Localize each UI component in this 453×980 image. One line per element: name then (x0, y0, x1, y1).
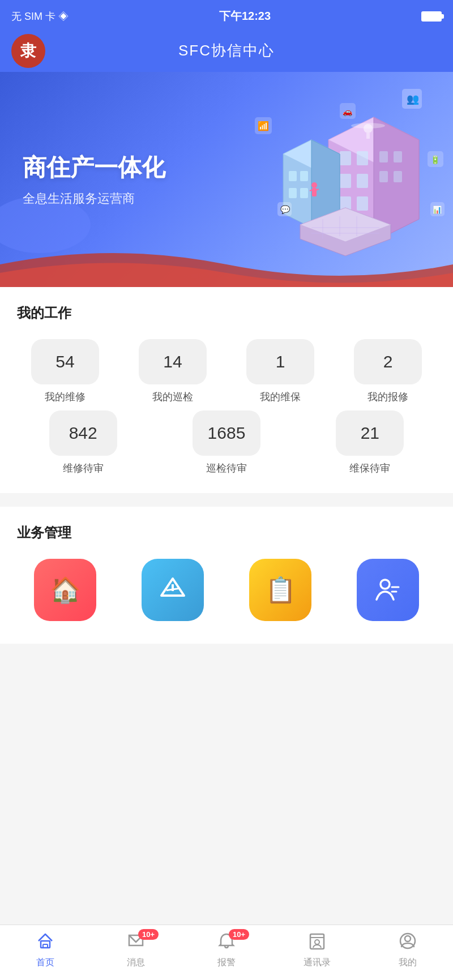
svg-rect-15 (357, 196, 368, 211)
app-header: 隶 SFC协信中心 (0, 32, 453, 72)
svg-text:📊: 📊 (433, 205, 442, 215)
stat-my-inspection-label: 我的巡检 (152, 390, 193, 404)
stat-maintenance-pending-value: 21 (336, 410, 404, 456)
stat-my-report-label: 我的报修 (367, 390, 408, 404)
stat-my-report[interactable]: 2 我的报修 (340, 339, 436, 404)
biz-item-report-mgmt[interactable] (340, 559, 436, 627)
status-right (421, 11, 442, 22)
tab-home-label: 首页 (36, 957, 54, 969)
svg-point-50 (381, 580, 390, 589)
status-bar: 无 SIM 卡 ◈ 下午12:23 (0, 0, 453, 32)
svg-point-57 (405, 936, 411, 942)
tab-messages[interactable]: 10+ 消息 (108, 932, 164, 969)
stat-repair-pending-value: 842 (49, 410, 117, 456)
biz-item-repair-mgmt[interactable]: 🏠 (17, 559, 113, 627)
stat-maintenance-pending[interactable]: 21 维保待审 (304, 410, 436, 475)
banner-title: 商住产一体化 (23, 152, 165, 183)
my-work-section: 我的工作 54 我的维修 14 我的巡检 1 我的维保 2 我的报修 842 维… (0, 287, 453, 493)
banner-subtitle: 全息生活服务运营商 (23, 190, 165, 207)
svg-rect-20 (379, 171, 388, 182)
tab-home[interactable]: 首页 (17, 932, 74, 969)
contacts-icon (308, 932, 326, 954)
svg-point-43 (311, 182, 317, 188)
stat-inspection-pending[interactable]: 1685 巡检待审 (160, 410, 292, 475)
svg-rect-12 (340, 174, 351, 188)
work-stats-top: 54 我的维修 14 我的巡检 1 我的维保 2 我的报修 (17, 339, 436, 404)
tab-contacts[interactable]: 通讯录 (289, 932, 345, 969)
svg-point-41 (364, 124, 373, 133)
svg-rect-26 (300, 171, 308, 181)
biz-icon-repair: 🏠 (34, 559, 96, 621)
stat-inspection-pending-value: 1685 (193, 410, 260, 456)
status-time: 下午12:23 (219, 8, 271, 24)
biz-item-maintenance-mgmt[interactable]: 📋 (232, 559, 328, 627)
svg-rect-42 (366, 133, 370, 139)
stat-repair-pending[interactable]: 842 维修待审 (17, 410, 149, 475)
tab-messages-label: 消息 (127, 957, 145, 969)
stat-my-repair-value: 54 (31, 339, 99, 384)
business-grid: 🏠 📋 (17, 559, 436, 632)
work-stats-bottom: 842 维修待审 1685 巡检待审 21 维保待审 (17, 410, 436, 475)
svg-rect-27 (289, 188, 297, 198)
tab-profile[interactable]: 我的 (379, 932, 436, 969)
tab-bar: 首页 10+ 消息 10+ 报警 (0, 925, 453, 980)
section-separator (0, 500, 453, 507)
status-left: 无 SIM 卡 ◈ (11, 10, 69, 23)
svg-rect-11 (357, 151, 368, 165)
svg-rect-19 (394, 151, 402, 162)
stat-inspection-pending-label: 巡检待审 (206, 461, 247, 475)
svg-text:🚗: 🚗 (343, 107, 353, 117)
stat-my-inspection[interactable]: 14 我的巡检 (125, 339, 221, 404)
tab-alarm-label: 报警 (217, 957, 236, 969)
my-work-title: 我的工作 (17, 304, 436, 322)
svg-rect-21 (394, 171, 402, 182)
banner: 商住产一体化 全息生活服务运营商 👥 📶 🔋 🚗 H (0, 72, 453, 287)
stat-my-maintenance-value: 1 (246, 339, 314, 384)
svg-rect-13 (357, 174, 368, 188)
svg-text:📶: 📶 (258, 121, 269, 131)
svg-rect-52 (43, 944, 48, 948)
biz-icon-maintenance: 📋 (249, 559, 311, 621)
svg-rect-10 (340, 151, 351, 165)
tab-contacts-label: 通讯录 (304, 957, 331, 969)
banner-wave (0, 242, 453, 287)
sim-status: 无 SIM 卡 ◈ (11, 10, 69, 23)
stat-my-report-value: 2 (354, 339, 422, 384)
banner-text: 商住产一体化 全息生活服务运营商 (23, 152, 165, 207)
alarm-badge: 10+ (229, 929, 249, 940)
stat-my-repair-label: 我的维修 (45, 390, 86, 404)
svg-rect-28 (300, 188, 308, 198)
tab-alarm[interactable]: 10+ 报警 (198, 932, 255, 969)
biz-icon-report (357, 559, 419, 621)
profile-icon (399, 932, 417, 954)
svg-point-55 (315, 940, 319, 944)
stat-my-maintenance[interactable]: 1 我的维保 (232, 339, 328, 404)
app-logo: 隶 (11, 34, 45, 68)
stat-my-maintenance-label: 我的维保 (260, 390, 301, 404)
business-title: 业务管理 (17, 524, 436, 542)
stat-my-repair[interactable]: 54 我的维修 (17, 339, 113, 404)
messages-badge: 10+ (138, 929, 159, 940)
svg-text:👥: 👥 (407, 93, 420, 105)
tab-bar-spacer (0, 651, 453, 707)
stat-my-inspection-value: 14 (139, 339, 207, 384)
svg-rect-18 (379, 151, 388, 162)
biz-item-inspection-mgmt[interactable] (125, 559, 221, 627)
svg-text:💬: 💬 (280, 205, 290, 215)
svg-text:🔋: 🔋 (430, 155, 441, 165)
svg-rect-53 (310, 934, 324, 949)
home-icon (36, 932, 54, 954)
stat-maintenance-pending-label: 维保待审 (349, 461, 390, 475)
app-title: SFC协信中心 (178, 41, 275, 61)
tab-profile-label: 我的 (399, 957, 417, 969)
stat-repair-pending-label: 维修待审 (63, 461, 104, 475)
biz-icon-inspection (142, 559, 204, 621)
svg-rect-25 (289, 171, 297, 181)
business-section: 业务管理 🏠 📋 (0, 507, 453, 644)
battery-icon (421, 11, 442, 22)
logo-text: 隶 (20, 40, 36, 62)
